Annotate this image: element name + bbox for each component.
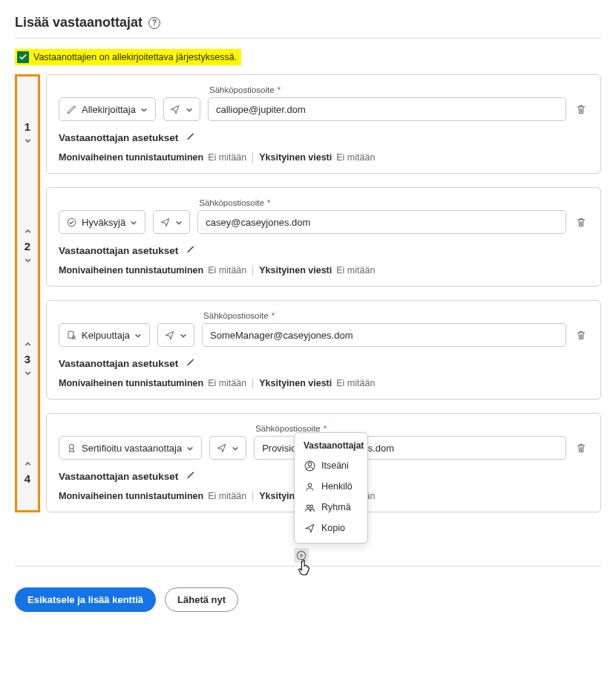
chevron-down-icon — [140, 105, 149, 114]
paper-plane-icon — [215, 442, 227, 454]
role-select[interactable]: Hyväksyjä — [59, 210, 145, 234]
sign-in-order-checkbox[interactable] — [17, 51, 29, 63]
svg-point-3 — [69, 444, 73, 449]
paper-plane-icon — [159, 216, 171, 228]
mfa-value: Ei mitään — [208, 378, 246, 388]
edit-icon[interactable] — [186, 357, 197, 369]
role-label: Kelpuuttaja — [82, 330, 130, 341]
detail-separator — [252, 152, 253, 163]
delivery-select[interactable] — [163, 97, 200, 121]
detail-separator — [252, 378, 253, 388]
footer-divider — [15, 566, 601, 567]
footer-actions: Esikatsele ja lisää kenttiä Lähetä nyt — [15, 587, 601, 612]
delivery-select[interactable] — [157, 323, 194, 347]
mfa-label: Monivaiheinen tunnistautuminen — [59, 265, 203, 276]
send-copy-icon — [304, 522, 315, 534]
recipient-card: KelpuuttajaSähköpostiosoite*Vastaanottaj… — [46, 300, 601, 400]
mfa-value: Ei mitään — [208, 152, 246, 163]
popover-item[interactable]: Ryhmä — [295, 497, 367, 518]
mfa-value: Ei mitään — [208, 491, 246, 501]
email-input[interactable] — [197, 210, 566, 234]
recipient-settings-label: Vastaanottajan asetukset — [59, 245, 178, 256]
order-rail: 1234 — [15, 74, 40, 512]
preview-add-fields-button[interactable]: Esikatsele ja lisää kenttiä — [15, 587, 156, 612]
recipient-settings-label: Vastaanottajan asetukset — [59, 358, 178, 369]
help-icon[interactable]: ? — [148, 17, 160, 29]
popover-title: Vastaanottajat — [295, 439, 367, 455]
mfa-value: Ei mitään — [208, 265, 246, 276]
email-label: Sähköpostiosoite* — [203, 311, 566, 320]
popover-item-label: Henkilö — [321, 481, 353, 492]
role-icon — [65, 216, 77, 228]
chevron-down-icon — [186, 443, 195, 452]
mfa-label: Monivaiheinen tunnistautuminen — [59, 152, 203, 163]
chevron-down-icon — [186, 105, 194, 114]
popover-item-label: Kopio — [321, 523, 345, 533]
private-msg-label: Yksityinen viesti — [259, 378, 332, 388]
chevron-up-icon[interactable] — [22, 339, 33, 350]
paper-plane-icon — [169, 103, 181, 115]
role-label: Sertifioitu vastaanottaja — [82, 443, 182, 454]
order-number: 1 — [24, 120, 30, 133]
chevron-down-icon[interactable] — [22, 136, 33, 146]
popover-item[interactable]: Kopio — [295, 518, 367, 538]
sign-in-order-label: Vastaanottajien on allekirjoitettava jär… — [33, 52, 237, 62]
edit-icon[interactable] — [186, 470, 197, 482]
role-select[interactable]: Allekirjoittaja — [59, 97, 156, 121]
chevron-down-icon — [180, 330, 189, 339]
add-recipient-button[interactable] — [294, 548, 309, 563]
chevron-down-icon[interactable] — [22, 255, 33, 266]
popover-item[interactable]: Itseäni — [295, 455, 367, 476]
delete-recipient-button[interactable] — [574, 215, 589, 229]
order-cell: 1 — [17, 76, 38, 189]
delete-recipient-button[interactable] — [574, 328, 589, 342]
send-now-button[interactable]: Lähetä nyt — [165, 587, 238, 612]
edit-icon[interactable] — [186, 131, 197, 143]
chevron-down-icon[interactable] — [22, 368, 33, 379]
role-label: Allekirjoittaja — [82, 104, 136, 115]
private-msg-label: Yksityinen viesti — [259, 152, 332, 163]
role-label: Hyväksyjä — [82, 217, 125, 228]
recipient-details: Monivaiheinen tunnistautuminenEi mitäänY… — [59, 152, 589, 163]
private-msg-label: Yksityinen viesti — [259, 265, 332, 276]
page-title-text: Lisää vastaanottajat — [15, 15, 142, 30]
recipient-settings-label: Vastaanottajan asetukset — [59, 132, 178, 143]
edit-icon[interactable] — [186, 244, 197, 256]
recipient-details: Monivaiheinen tunnistautuminenEi mitäänY… — [59, 378, 589, 388]
email-label: Sähköpostiosoite* — [199, 198, 566, 207]
add-recipient-popover: Vastaanottajat ItseäniHenkilöRyhmäKopio — [294, 432, 368, 544]
svg-point-8 — [309, 505, 312, 508]
delete-recipient-button[interactable] — [574, 102, 589, 117]
sign-in-order-row: Vastaanottajien on allekirjoitettava jär… — [15, 49, 241, 65]
order-number: 3 — [24, 353, 30, 365]
chevron-up-icon[interactable] — [22, 459, 33, 469]
chevron-down-icon — [232, 443, 240, 452]
person-icon — [304, 480, 315, 492]
paper-plane-icon — [163, 329, 175, 341]
role-icon — [65, 442, 77, 454]
person-self-icon — [304, 460, 315, 472]
recipient-details: Monivaiheinen tunnistautuminenEi mitäänY… — [59, 265, 589, 276]
private-msg-value: Ei mitään — [336, 265, 375, 276]
recipient-settings-label: Vastaanottajan asetukset — [59, 471, 178, 482]
title-divider — [15, 38, 601, 39]
svg-point-6 — [308, 483, 312, 487]
order-number: 4 — [24, 472, 30, 485]
role-select[interactable]: Sertifioitu vastaanottaja — [59, 436, 202, 460]
detail-separator — [252, 265, 253, 276]
chevron-up-icon[interactable] — [22, 227, 33, 237]
delivery-select[interactable] — [209, 436, 246, 460]
email-label: Sähköpostiosoite* — [209, 85, 566, 94]
mfa-label: Monivaiheinen tunnistautuminen — [59, 378, 203, 388]
email-input[interactable] — [208, 97, 566, 121]
svg-point-7 — [307, 505, 309, 508]
role-select[interactable]: Kelpuuttaja — [59, 323, 150, 347]
order-cell: 4 — [17, 415, 38, 528]
delete-recipient-button[interactable] — [574, 440, 589, 455]
chevron-down-icon — [175, 218, 184, 227]
email-input[interactable] — [202, 323, 566, 347]
popover-item-label: Itseäni — [321, 460, 349, 471]
delivery-select[interactable] — [153, 210, 190, 234]
popover-item-label: Ryhmä — [321, 502, 351, 512]
popover-item[interactable]: Henkilö — [295, 476, 367, 497]
